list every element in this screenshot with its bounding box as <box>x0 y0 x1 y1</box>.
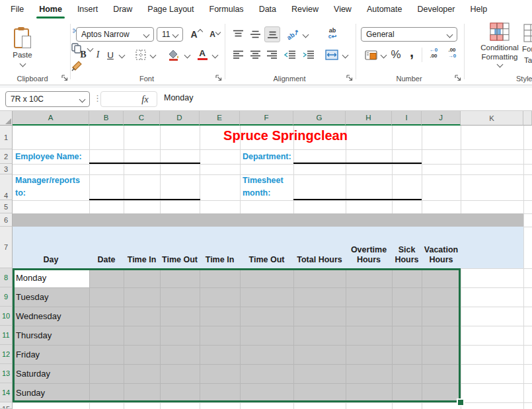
wrap-text-button[interactable]: ab c↩ <box>324 24 341 43</box>
menu-insert[interactable]: Insert <box>77 5 98 14</box>
timesheet-month-label-cell[interactable]: Timesheet month: <box>243 174 295 200</box>
column-header-j[interactable]: J <box>422 111 461 126</box>
font-size-combo[interactable]: 11 <box>157 27 183 42</box>
header-cell-sick-hours[interactable]: Sick Hours <box>392 227 422 268</box>
column-header-e[interactable]: E <box>200 111 240 126</box>
department-label-cell[interactable]: Department: <box>243 151 302 163</box>
row-header-5[interactable]: 5 <box>0 200 13 213</box>
menu-review[interactable]: Review <box>291 5 319 14</box>
menu-help[interactable]: Help <box>469 5 488 14</box>
menu-formulas[interactable]: Formulas <box>209 5 245 14</box>
menu-view[interactable]: View <box>333 5 352 14</box>
menu-data[interactable]: Data <box>258 5 277 14</box>
column-header-i[interactable]: I <box>392 111 422 126</box>
merge-center-button[interactable] <box>324 48 340 62</box>
header-cell-time-out-1[interactable]: Time Out <box>160 227 200 268</box>
column-header-c[interactable]: C <box>124 111 160 126</box>
column-header-d[interactable]: D <box>160 111 200 126</box>
header-cell-time-in-1[interactable]: Time In <box>124 227 160 268</box>
header-cell-time-out-2[interactable]: Time Out <box>240 227 293 268</box>
align-bottom-button[interactable] <box>264 26 280 42</box>
row-header-4[interactable]: 4 <box>0 174 13 200</box>
format-as-table-button[interactable]: For Ta <box>522 22 532 66</box>
employee-name-label-cell[interactable]: Employee Name: <box>15 151 89 163</box>
row-header-12[interactable]: 12 <box>0 345 13 364</box>
menu-developer[interactable]: Developer <box>416 5 455 14</box>
number-dialog-launcher-icon[interactable] <box>455 75 461 81</box>
underline-button[interactable]: U <box>105 48 116 62</box>
align-center-button[interactable] <box>248 48 262 62</box>
row-header-7[interactable]: 7 <box>0 227 13 268</box>
bold-button[interactable]: B <box>77 48 89 62</box>
align-top-button[interactable] <box>231 27 245 42</box>
header-cell-vacation-hours[interactable]: Vacation Hours <box>422 227 461 268</box>
row-header-15[interactable]: 15 <box>0 402 13 409</box>
insert-function-icon[interactable]: fx <box>141 94 148 105</box>
header-cell-overtime-hours[interactable]: Overtime Hours <box>346 227 392 268</box>
paste-button[interactable]: Paste <box>5 21 40 71</box>
fill-color-dropdown-icon[interactable] <box>184 52 191 59</box>
formula-input[interactable]: Monday <box>164 93 193 102</box>
decrease-decimal-button[interactable]: .00 →0 <box>444 47 460 63</box>
selection-fill-handle[interactable] <box>457 398 465 406</box>
header-cell-time-in-2[interactable]: Time In <box>200 227 240 268</box>
borders-dropdown-icon[interactable] <box>150 52 157 59</box>
comma-style-button[interactable]: , <box>406 44 418 61</box>
select-all-corner[interactable] <box>0 111 13 126</box>
menu-home[interactable]: Home <box>38 5 63 14</box>
header-cell-day[interactable]: Day <box>13 227 89 268</box>
row-header-13[interactable]: 13 <box>0 364 13 383</box>
header-cell-total-hours[interactable]: Total Hours <box>293 227 346 268</box>
accounting-format-button[interactable] <box>363 48 379 62</box>
borders-button[interactable] <box>134 48 147 62</box>
number-format-combo[interactable]: General <box>361 27 457 42</box>
merge-dropdown-icon[interactable] <box>342 52 349 59</box>
column-header-f[interactable]: F <box>240 111 293 126</box>
row-header-11[interactable]: 11 <box>0 326 13 345</box>
font-name-combo[interactable]: Aptos Narrow <box>76 27 154 42</box>
grow-font-button[interactable]: A <box>188 27 204 42</box>
increase-decimal-button[interactable]: ←0 .00 <box>426 47 441 63</box>
column-header-k[interactable]: K <box>461 111 523 126</box>
row-header-6[interactable]: 6 <box>0 213 13 227</box>
fill-color-button[interactable] <box>167 48 181 62</box>
increase-indent-button[interactable] <box>300 48 316 62</box>
clipboard-dialog-launcher-icon[interactable] <box>61 75 68 81</box>
decrease-indent-button[interactable] <box>282 48 297 62</box>
underline-dropdown-icon[interactable] <box>119 52 126 59</box>
alignment-dialog-launcher-icon[interactable] <box>346 75 353 81</box>
align-middle-button[interactable] <box>248 27 262 42</box>
column-header-a[interactable]: A <box>13 111 89 126</box>
row-header-3[interactable]: 3 <box>0 164 13 174</box>
column-header-g[interactable]: G <box>293 111 346 126</box>
column-header-l-partial[interactable] <box>523 111 532 126</box>
orientation-button[interactable]: ab ↗ <box>283 24 303 45</box>
row-header-10[interactable]: 10 <box>0 307 13 326</box>
sheet-title-cell[interactable]: Spruce Springclean <box>185 128 386 143</box>
italic-button[interactable]: I <box>93 48 103 62</box>
align-right-button[interactable] <box>264 48 279 62</box>
font-dialog-launcher-icon[interactable] <box>215 75 222 81</box>
row-header-14[interactable]: 14 <box>0 383 13 402</box>
align-left-button[interactable] <box>231 48 245 62</box>
accounting-dropdown-icon[interactable] <box>381 52 387 59</box>
menu-page-layout[interactable]: Page Layout <box>147 5 194 14</box>
menu-automate[interactable]: Automate <box>366 5 403 14</box>
row-header-8[interactable]: 8 <box>0 268 13 287</box>
conditional-formatting-button[interactable]: Conditional Formatting <box>469 22 530 66</box>
row-header-2[interactable]: 2 <box>0 149 13 164</box>
menu-file[interactable]: File <box>10 5 24 14</box>
font-color-button[interactable]: A <box>196 46 209 62</box>
column-header-b[interactable]: B <box>89 111 124 126</box>
menu-draw[interactable]: Draw <box>112 5 133 14</box>
shrink-font-button[interactable]: A <box>207 27 223 42</box>
header-cell-date[interactable]: Date <box>89 227 124 268</box>
orientation-dropdown-icon[interactable] <box>303 32 309 38</box>
column-header-h[interactable]: H <box>346 111 392 126</box>
row-header-1[interactable]: 1 <box>0 126 13 149</box>
manager-label-cell[interactable]: Manager/reports to: <box>15 174 88 200</box>
percent-style-button[interactable]: % <box>389 48 403 62</box>
row-header-9[interactable]: 9 <box>0 287 13 307</box>
name-box[interactable]: 7R x 10C <box>5 91 90 107</box>
font-color-dropdown-icon[interactable] <box>212 52 219 59</box>
